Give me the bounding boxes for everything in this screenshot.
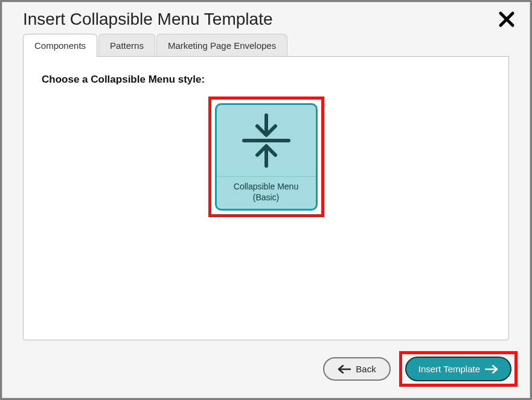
option-label-line2: (Basic) bbox=[220, 192, 312, 203]
close-button[interactable] bbox=[498, 11, 515, 28]
arrow-left-icon bbox=[338, 365, 351, 373]
tab-components[interactable]: Components bbox=[23, 34, 97, 57]
back-button[interactable]: Back bbox=[323, 357, 390, 381]
arrow-right-icon bbox=[485, 365, 498, 373]
selection-highlight: Collapsible Menu (Basic) bbox=[208, 97, 324, 217]
insert-template-dialog: Insert Collapsible Menu Template Compone… bbox=[2, 2, 530, 398]
tabs-container: Components Patterns Marketing Page Envel… bbox=[2, 34, 530, 57]
tablist: Components Patterns Marketing Page Envel… bbox=[23, 34, 509, 57]
template-options: Collapsible Menu (Basic) bbox=[42, 97, 490, 217]
tab-label: Components bbox=[34, 40, 86, 51]
collapse-icon bbox=[240, 113, 292, 168]
tab-marketing-envelopes[interactable]: Marketing Page Envelopes bbox=[156, 34, 287, 57]
option-icon-area bbox=[217, 105, 316, 176]
dialog-title: Insert Collapsible Menu Template bbox=[23, 10, 272, 29]
tab-label: Patterns bbox=[110, 40, 144, 51]
style-heading: Choose a Collapsible Menu style: bbox=[42, 74, 490, 86]
back-button-label: Back bbox=[356, 364, 376, 374]
close-icon bbox=[498, 11, 515, 28]
tab-panel-components: Choose a Collapsible Menu style: bbox=[23, 56, 509, 340]
dialog-footer: Back Insert Template bbox=[2, 351, 530, 398]
dialog-header: Insert Collapsible Menu Template bbox=[2, 2, 530, 34]
option-collapsible-basic[interactable]: Collapsible Menu (Basic) bbox=[215, 103, 318, 211]
option-label-line1: Collapsible Menu bbox=[220, 182, 312, 192]
option-label: Collapsible Menu (Basic) bbox=[217, 176, 316, 209]
tab-label: Marketing Page Envelopes bbox=[168, 40, 276, 51]
insert-template-button[interactable]: Insert Template bbox=[405, 357, 511, 381]
tab-patterns[interactable]: Patterns bbox=[98, 34, 155, 57]
insert-button-label: Insert Template bbox=[418, 364, 480, 374]
insert-highlight: Insert Template bbox=[399, 351, 518, 387]
